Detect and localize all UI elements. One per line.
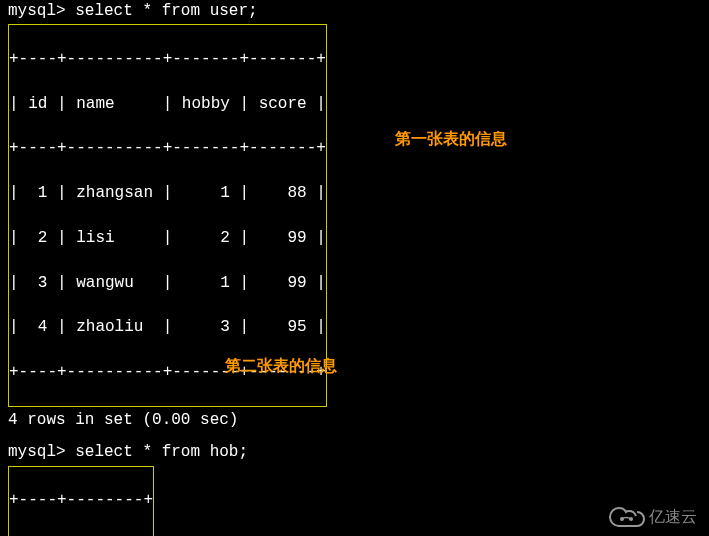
cloud-icon [609,506,645,528]
annotation-table2: 第二张表的信息 [225,355,337,377]
sql-command: select * from user; [66,2,258,20]
query1-line: mysql> select * from user; [8,0,701,22]
watermark-logo: 亿速云 [609,506,697,528]
query1-result: 4 rows in set (0.00 sec) [8,409,701,431]
table1-row: | 3 | wangwu | 1 | 99 | [9,272,326,294]
table1-frame: +----+----------+-------+-------+ | id |… [8,24,327,407]
query2-line: mysql> select * from hob; [8,441,701,463]
mysql-prompt: mysql> [8,2,66,20]
table1-row: | 1 | zhangsan | 1 | 88 | [9,182,326,204]
table1-header: | id | name | hobby | score | [9,93,326,115]
table2-border-top: +----+--------+ [9,489,153,511]
annotation-table1: 第一张表的信息 [395,128,507,150]
table1-row: | 4 | zhaoliu | 3 | 95 | [9,316,326,338]
table1-border-mid: +----+----------+-------+-------+ [9,137,326,159]
mysql-prompt: mysql> [8,443,66,461]
table1-border-top: +----+----------+-------+-------+ [9,48,326,70]
sql-command: select * from hob; [66,443,248,461]
table2-frame: +----+--------+ | id | name | +----+----… [8,466,154,536]
table1-row: | 2 | lisi | 2 | 99 | [9,227,326,249]
logo-text: 亿速云 [649,506,697,528]
